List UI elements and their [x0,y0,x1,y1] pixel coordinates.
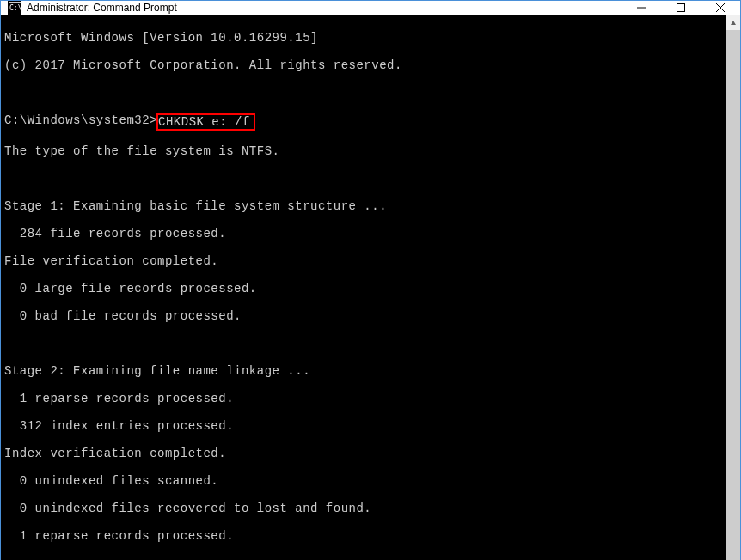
terminal-line: 0 unindexed files scanned. [4,474,722,488]
scroll-up-button[interactable] [726,15,740,30]
command-prompt-window: C:\ Administrator: Command Prompt Micros… [0,0,741,560]
terminal-line [4,86,722,100]
terminal-line [4,337,722,350]
svg-rect-1 [9,2,21,3]
terminal-line: File verification completed. [4,254,722,268]
svg-rect-4 [677,4,685,12]
terminal-line: 312 index entries processed. [4,419,722,433]
highlighted-command: CHKDSK e: /f [156,113,255,131]
terminal-line: 0 unindexed files recovered to lost and … [4,502,722,515]
terminal-line: Microsoft Windows [Version 10.0.16299.15… [4,31,722,45]
terminal-area: Microsoft Windows [Version 10.0.16299.15… [1,15,740,560]
close-button[interactable] [701,1,740,15]
terminal-line: 1 reparse records processed. [4,529,722,543]
terminal-line: Stage 2: Examining file name linkage ... [4,364,722,378]
cmd-icon: C:\ [8,1,21,15]
terminal-line: 0 large file records processed. [4,282,722,295]
terminal-line: 1 reparse records processed. [4,392,722,405]
window-title: Administrator: Command Prompt [27,2,622,14]
terminal-output[interactable]: Microsoft Windows [Version 10.0.16299.15… [1,15,726,560]
titlebar[interactable]: C:\ Administrator: Command Prompt [1,1,740,15]
terminal-line [4,172,722,186]
terminal-line: The type of the file system is NTFS. [4,144,722,158]
svg-marker-7 [731,21,736,25]
terminal-line: Stage 1: Examining basic file system str… [4,199,722,213]
svg-text:C:\: C:\ [9,4,21,12]
maximize-button[interactable] [661,1,701,15]
scrollbar-thumb[interactable] [726,30,740,560]
terminal-line: 0 bad file records processed. [4,309,722,323]
terminal-line [4,557,722,560]
command-line: C:\Windows\system32>CHKDSK e: /f [4,113,722,131]
terminal-line: Index verification completed. [4,447,722,460]
terminal-line: (c) 2017 Microsoft Corporation. All righ… [4,58,722,72]
scrollbar-track[interactable] [726,30,740,560]
minimize-button[interactable] [622,1,661,15]
vertical-scrollbar[interactable] [726,15,740,560]
window-controls [622,1,740,15]
terminal-line: 284 file records processed. [4,227,722,240]
prompt-text: C:\Windows\system32> [4,113,157,131]
